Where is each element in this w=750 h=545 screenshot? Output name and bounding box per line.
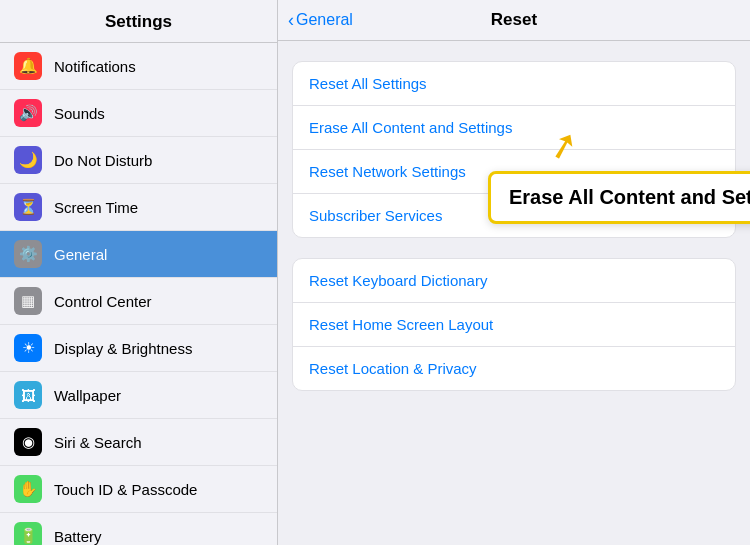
settings-row-reset-home[interactable]: Reset Home Screen Layout: [293, 303, 735, 347]
sidebar-item-label-display: Display & Brightness: [54, 340, 192, 357]
sidebar-item-label-donotdisturb: Do Not Disturb: [54, 152, 152, 169]
sidebar-item-label-battery: Battery: [54, 528, 102, 545]
sidebar-item-touchid[interactable]: ✋Touch ID & Passcode: [0, 466, 277, 513]
sidebar-header: Settings: [0, 0, 277, 43]
sidebar-item-notifications[interactable]: 🔔Notifications: [0, 43, 277, 90]
touchid-icon: ✋: [14, 475, 42, 503]
sidebar-item-label-general: General: [54, 246, 107, 263]
sidebar: Settings 🔔Notifications🔊Sounds🌙Do Not Di…: [0, 0, 278, 545]
callout-arrow-wrapper: ➚: [488, 131, 578, 167]
main-content: ‹ General Reset Reset All SettingsErase …: [278, 0, 750, 545]
sidebar-items: 🔔Notifications🔊Sounds🌙Do Not Disturb⏳Scr…: [0, 43, 277, 545]
siri-icon: ◉: [14, 428, 42, 456]
settings-row-reset-all[interactable]: Reset All Settings: [293, 62, 735, 106]
sidebar-title: Settings: [105, 12, 172, 31]
settings-row-label-reset-home: Reset Home Screen Layout: [309, 316, 493, 333]
battery-icon: 🔋: [14, 522, 42, 545]
settings-row-label-reset-network: Reset Network Settings: [309, 163, 466, 180]
sidebar-item-label-notifications: Notifications: [54, 58, 136, 75]
sidebar-item-wallpaper[interactable]: 🖼Wallpaper: [0, 372, 277, 419]
back-chevron-icon: ‹: [288, 10, 294, 31]
settings-row-label-subscriber: Subscriber Services: [309, 207, 442, 224]
donotdisturb-icon: 🌙: [14, 146, 42, 174]
callout-box: Erase All Content and Settings: [488, 171, 750, 224]
sounds-icon: 🔊: [14, 99, 42, 127]
sidebar-item-label-screentime: Screen Time: [54, 199, 138, 216]
settings-row-label-reset-keyboard: Reset Keyboard Dictionary: [309, 272, 487, 289]
sidebar-item-donotdisturb[interactable]: 🌙Do Not Disturb: [0, 137, 277, 184]
settings-row-reset-location[interactable]: Reset Location & Privacy: [293, 347, 735, 390]
settings-row-reset-keyboard[interactable]: Reset Keyboard Dictionary: [293, 259, 735, 303]
sidebar-item-sounds[interactable]: 🔊Sounds: [0, 90, 277, 137]
sidebar-item-label-sounds: Sounds: [54, 105, 105, 122]
sidebar-item-display[interactable]: ☀Display & Brightness: [0, 325, 277, 372]
callout-container: ➚ Erase All Content and Settings: [488, 131, 750, 224]
sidebar-item-battery[interactable]: 🔋Battery: [0, 513, 277, 545]
sidebar-item-label-siri: Siri & Search: [54, 434, 142, 451]
main-header: ‹ General Reset: [278, 0, 750, 41]
back-button[interactable]: ‹ General: [288, 10, 353, 31]
sidebar-item-general[interactable]: ⚙️General: [0, 231, 277, 278]
settings-row-label-erase-all: Erase All Content and Settings: [309, 119, 512, 136]
main-header-title: Reset: [491, 10, 537, 30]
wallpaper-icon: 🖼: [14, 381, 42, 409]
settings-groups: Reset All SettingsErase All Content and …: [292, 61, 736, 391]
sidebar-item-label-controlcenter: Control Center: [54, 293, 152, 310]
sidebar-item-controlcenter[interactable]: ▦Control Center: [0, 278, 277, 325]
controlcenter-icon: ▦: [14, 287, 42, 315]
sidebar-item-screentime[interactable]: ⏳Screen Time: [0, 184, 277, 231]
settings-group-group2: Reset Keyboard DictionaryReset Home Scre…: [292, 258, 736, 391]
notifications-icon: 🔔: [14, 52, 42, 80]
settings-row-label-reset-all: Reset All Settings: [309, 75, 427, 92]
callout-text: Erase All Content and Settings: [509, 186, 750, 208]
main-body: Reset All SettingsErase All Content and …: [278, 41, 750, 545]
app-container: Settings 🔔Notifications🔊Sounds🌙Do Not Di…: [0, 0, 750, 545]
display-icon: ☀: [14, 334, 42, 362]
sidebar-item-siri[interactable]: ◉Siri & Search: [0, 419, 277, 466]
screentime-icon: ⏳: [14, 193, 42, 221]
settings-row-label-reset-location: Reset Location & Privacy: [309, 360, 477, 377]
sidebar-item-label-wallpaper: Wallpaper: [54, 387, 121, 404]
general-icon: ⚙️: [14, 240, 42, 268]
sidebar-item-label-touchid: Touch ID & Passcode: [54, 481, 197, 498]
back-label: General: [296, 11, 353, 29]
